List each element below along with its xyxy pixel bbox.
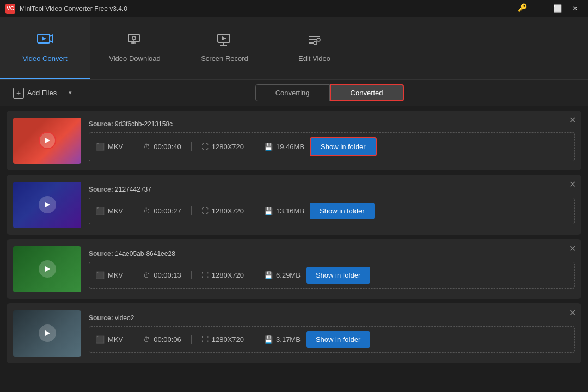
svg-marker-6 — [222, 36, 226, 40]
minimize-button[interactable]: — — [532, 3, 548, 14]
add-files-dropdown-button[interactable]: ▾ — [65, 88, 75, 98]
nav-item-edit-video[interactable]: Edit Video — [270, 17, 359, 79]
close-card-button-3[interactable]: ✕ — [569, 243, 576, 254]
format-item-2: ⬛ MKV — [96, 207, 123, 215]
size-item-2: 💾 13.16MB — [264, 207, 304, 215]
add-files-button[interactable]: + Add Files — [9, 85, 61, 101]
play-button-1[interactable] — [39, 132, 56, 149]
size-item-1: 💾 19.46MB — [264, 143, 304, 151]
maximize-button[interactable]: ⬜ — [550, 3, 565, 14]
sep1-2 — [133, 206, 133, 215]
show-in-folder-button-4[interactable]: Show in folder — [306, 331, 370, 348]
sep3-1 — [254, 142, 254, 151]
video-thumbnail-1 — [13, 118, 81, 164]
svg-point-3 — [132, 36, 136, 40]
resolution-icon-1: ⛶ — [201, 143, 209, 151]
tab-converting[interactable]: Converting — [255, 84, 330, 101]
sep2-3 — [191, 271, 192, 279]
size-value-4: 3.17MB — [276, 335, 301, 344]
duration-value-3: 00:00:13 — [154, 271, 181, 279]
svg-marker-17 — [45, 330, 50, 336]
size-item-4: 💾 3.17MB — [264, 335, 301, 344]
size-item-3: 💾 6.29MB — [264, 271, 301, 279]
sep3-3 — [254, 271, 254, 279]
format-item-4: ⬛ MKV — [96, 335, 123, 344]
format-icon-4: ⬛ — [96, 335, 105, 344]
nav-label-edit-video: Edit Video — [298, 54, 330, 63]
video-card-2: Source: 2127442737 ⬛ MKV ⏱ 00:00:27 ⛶ 12… — [7, 175, 581, 235]
nav-item-video-convert[interactable]: Video Convert — [0, 17, 90, 79]
app-logo: VC — [5, 4, 15, 14]
play-button-2[interactable] — [39, 196, 56, 213]
format-item-3: ⬛ MKV — [96, 271, 123, 279]
card-meta-3: ⬛ MKV ⏱ 00:00:13 ⛶ 1280X720 💾 6.29MB — [89, 262, 575, 289]
title-bar: VC MiniTool Video Converter Free v3.4.0 … — [0, 0, 588, 17]
duration-icon-2: ⏱ — [143, 207, 150, 215]
nav-bar: Video Convert Video Download Screen Reco… — [0, 17, 588, 80]
duration-item-1: ⏱ 00:00:40 — [143, 143, 181, 151]
nav-item-screen-record[interactable]: Screen Record — [180, 17, 270, 79]
video-card-3: Source: 14ae05ab-8641ee28 ⬛ MKV ⏱ 00:00:… — [7, 239, 581, 299]
app-title: MiniTool Video Converter Free v3.4.0 — [20, 5, 518, 13]
window-controls: 🔑 — ⬜ ✕ — [518, 3, 583, 14]
show-in-folder-button-3[interactable]: Show in folder — [306, 267, 370, 284]
tab-group: Converting Converted — [79, 84, 579, 101]
sep1-1 — [133, 142, 133, 151]
content-area: Source: 9d3f6cbb-2213158c ⬛ MKV ⏱ 00:00:… — [0, 106, 588, 392]
resolution-value-1: 1280X720 — [212, 143, 244, 151]
svg-point-13 — [314, 41, 317, 45]
format-value-2: MKV — [108, 207, 123, 215]
close-card-button-2[interactable]: ✕ — [569, 179, 576, 189]
close-button[interactable]: ✕ — [567, 3, 583, 14]
close-card-button-1[interactable]: ✕ — [569, 115, 576, 125]
nav-label-video-download: Video Download — [109, 54, 160, 63]
card-source-3: Source: 14ae05ab-8641ee28 — [89, 250, 575, 258]
card-source-1: Source: 9d3f6cbb-2213158c — [89, 120, 575, 128]
resolution-icon-3: ⛶ — [201, 271, 209, 279]
svg-marker-16 — [45, 266, 50, 272]
edit-video-icon — [306, 32, 323, 50]
video-card-4: Source: video2 ⬛ MKV ⏱ 00:00:06 ⛶ 1280X7… — [7, 303, 581, 363]
sep2-2 — [191, 206, 192, 215]
show-in-folder-button-1[interactable]: Show in folder — [310, 137, 376, 156]
close-card-button-4[interactable]: ✕ — [569, 308, 576, 318]
svg-marker-14 — [45, 138, 50, 143]
svg-marker-1 — [42, 36, 46, 41]
card-info-2: Source: 2127442737 ⬛ MKV ⏱ 00:00:27 ⛶ 12… — [89, 186, 575, 224]
show-in-folder-button-2[interactable]: Show in folder — [310, 203, 374, 219]
toolbar: + Add Files ▾ Converting Converted — [0, 80, 588, 106]
sep1-4 — [133, 335, 133, 344]
card-info-4: Source: video2 ⬛ MKV ⏱ 00:00:06 ⛶ 1280X7… — [89, 314, 575, 353]
key-icon: 🔑 — [518, 3, 527, 14]
sep1-3 — [133, 271, 133, 279]
svg-point-11 — [317, 38, 320, 41]
resolution-item-4: ⛶ 1280X720 — [201, 335, 244, 344]
duration-icon-1: ⏱ — [143, 143, 150, 151]
sep2-1 — [191, 142, 192, 151]
sep3-4 — [254, 335, 254, 344]
tab-converted[interactable]: Converted — [330, 84, 404, 101]
size-icon-3: 💾 — [264, 271, 273, 279]
duration-icon-3: ⏱ — [143, 271, 150, 279]
card-source-2: Source: 2127442737 — [89, 186, 575, 193]
size-icon-4: 💾 — [264, 335, 273, 344]
play-button-3[interactable] — [39, 260, 56, 278]
nav-label-screen-record: Screen Record — [201, 54, 248, 63]
resolution-item-1: ⛶ 1280X720 — [201, 143, 244, 151]
size-value-3: 6.29MB — [276, 271, 301, 279]
resolution-item-2: ⛶ 1280X720 — [201, 207, 244, 215]
card-info-1: Source: 9d3f6cbb-2213158c ⬛ MKV ⏱ 00:00:… — [89, 120, 575, 161]
duration-value-4: 00:00:06 — [154, 335, 181, 344]
duration-value-1: 00:00:40 — [154, 143, 181, 151]
video-thumbnail-3 — [13, 246, 81, 292]
resolution-icon-2: ⛶ — [201, 207, 209, 215]
format-value-3: MKV — [108, 271, 123, 279]
play-button-4[interactable] — [39, 324, 56, 342]
duration-item-3: ⏱ 00:00:13 — [143, 271, 181, 279]
card-meta-4: ⬛ MKV ⏱ 00:00:06 ⛶ 1280X720 💾 3.17MB — [89, 326, 575, 353]
resolution-icon-4: ⛶ — [201, 335, 209, 344]
video-download-icon — [126, 32, 144, 50]
resolution-item-3: ⛶ 1280X720 — [201, 271, 244, 279]
nav-item-video-download[interactable]: Video Download — [90, 17, 180, 79]
card-info-3: Source: 14ae05ab-8641ee28 ⬛ MKV ⏱ 00:00:… — [89, 250, 575, 289]
